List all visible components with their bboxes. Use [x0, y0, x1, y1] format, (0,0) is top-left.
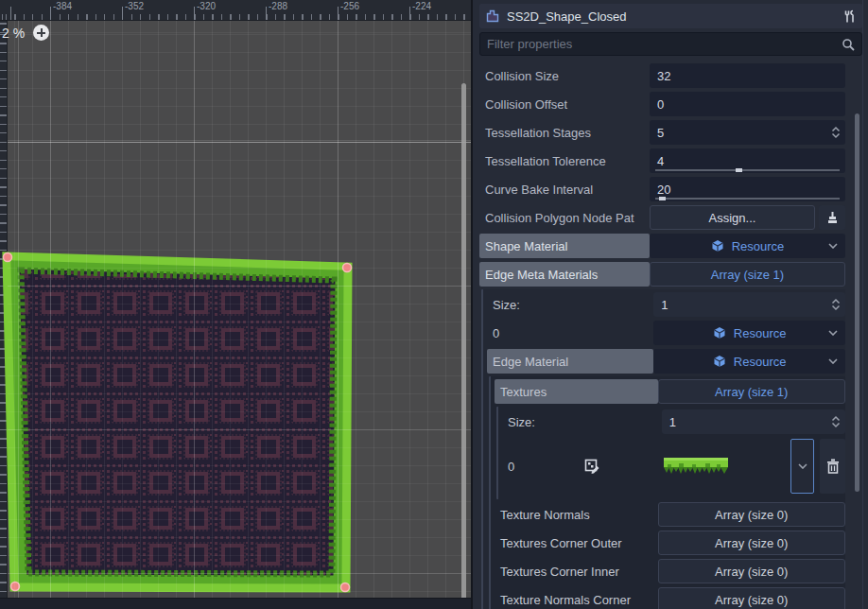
property-label-highlighted[interactable]: Edge Material [487, 349, 653, 374]
slider-track[interactable] [655, 198, 840, 200]
updown-icon[interactable] [831, 415, 841, 428]
pick-node-button[interactable] [819, 205, 845, 230]
texture-item-row: 0 [502, 437, 845, 496]
ruler-horizontal: -384 -352 -320 -288 -256 -224 [0, 0, 471, 21]
brush-icon [826, 211, 839, 224]
inspector-panel: SS2D_Shape_Closed Filter properties Coll… [471, 0, 868, 609]
texture-normals-corner-array-button[interactable]: Array (size 0) [658, 587, 846, 609]
shape-closed-icon [485, 9, 500, 24]
textures-corner-inner-array-button[interactable]: Array (size 0) [658, 559, 846, 583]
canvas-vertical-scrollbar[interactable] [461, 83, 466, 600]
property-row-edge-material: Edge Material Resource [487, 348, 845, 374]
canvas-area[interactable]: 2 % [8, 21, 471, 598]
array-item-index: 0 [487, 326, 653, 340]
property-label: Textures Corner Inner [495, 565, 658, 579]
property-label: Collision Polygon Node Pat [479, 211, 650, 225]
property-label: Textures Corner Outer [495, 536, 658, 550]
property-label: Size: [487, 298, 653, 312]
edge-material-section: Textures Array (size 1) Size: 1 [489, 376, 845, 609]
ruler-label: -352 [125, 1, 144, 11]
property-label: Collision Size [479, 69, 650, 83]
array-size-row: Size: 1 [502, 409, 845, 435]
updown-icon[interactable] [831, 298, 841, 311]
collision-size-field[interactable]: 32 [650, 63, 845, 88]
array-size-row: Size: 1 [487, 291, 845, 318]
edge-meta-materials-array-button[interactable]: Array (size 1) [650, 262, 845, 287]
texture-normals-array-button[interactable]: Array (size 0) [658, 502, 846, 527]
filter-properties-input[interactable]: Filter properties [479, 32, 862, 56]
meta-material-resource-dropdown[interactable]: Resource [653, 321, 845, 345]
zoom-percent-label: 2 % [2, 26, 25, 41]
2d-viewport[interactable]: -384 -352 -320 -288 -256 -224 2 % [0, 0, 471, 609]
grid-major-line [8, 142, 471, 143]
slider-grabber[interactable] [736, 168, 742, 172]
assign-button[interactable]: Assign... [650, 205, 815, 230]
chevron-down-icon [798, 463, 807, 469]
array-item-index: 0 [502, 460, 584, 474]
inspector-header: SS2D_Shape_Closed [479, 4, 862, 28]
property-row-collision-polygon-node-path: Collision Polygon Node Pat Assign... [479, 204, 845, 231]
shape-node[interactable] [0, 248, 362, 605]
collision-offset-field[interactable]: 0 [650, 92, 845, 116]
ruler-label: -256 [340, 1, 359, 11]
property-row-shape-material: Shape Material Resource [479, 233, 845, 259]
property-row-texture-normals: Texture Normals Array (size 0) [495, 501, 845, 528]
textures-corner-outer-array-button[interactable]: Array (size 0) [658, 531, 846, 555]
edge-material-resource-dropdown[interactable]: Resource [653, 349, 845, 374]
inspector-vertical-scrollbar[interactable] [855, 113, 859, 492]
point-handle[interactable] [341, 583, 350, 592]
edge-meta-materials-section: Size: 1 0 [481, 289, 845, 609]
ruler-label: -384 [53, 1, 72, 11]
chevron-down-icon [828, 330, 838, 336]
trash-icon [826, 459, 840, 474]
chevron-down-icon [828, 358, 838, 364]
property-row-collision-size: Collision Size 32 [479, 62, 845, 89]
slider-grabber[interactable] [659, 197, 666, 200]
slider-track[interactable] [655, 169, 840, 171]
cube-icon [713, 355, 726, 368]
shape-fill [8, 257, 347, 587]
search-icon [842, 38, 855, 51]
ruler-label: -288 [269, 1, 287, 11]
property-label: Texture Normals [495, 508, 658, 522]
filter-placeholder: Filter properties [487, 37, 842, 51]
property-row-collision-offset: Collision Offset 0 [479, 91, 845, 117]
property-row-tessellation-stages: Tessellation Stages 5 [479, 119, 845, 146]
property-row-edge-meta-materials: Edge Meta Materials Array (size 1) [479, 261, 845, 287]
shape-material-resource-dropdown[interactable]: Resource [650, 234, 845, 258]
array-item-row: 0 Resource [487, 320, 845, 346]
cube-icon [713, 326, 726, 339]
property-row-textures: Textures Array (size 1) [495, 378, 845, 405]
property-label: Curve Bake Interval [479, 183, 650, 197]
ruler-label: -224 [412, 1, 431, 11]
curve-bake-interval-field[interactable]: 20 [650, 177, 845, 201]
array-size-field[interactable]: 1 [662, 409, 845, 434]
cube-icon [711, 239, 724, 252]
property-label: Tessellation Stages [479, 126, 650, 140]
array-size-field[interactable]: 1 [653, 292, 845, 317]
updown-icon[interactable] [831, 126, 841, 139]
chevron-down-icon [828, 243, 838, 249]
edit-image-icon[interactable] [584, 459, 600, 475]
tools-icon[interactable] [842, 9, 857, 24]
texture-dropdown-button[interactable] [790, 439, 814, 494]
textures-array-button[interactable]: Array (size 1) [658, 379, 846, 404]
point-handle[interactable] [11, 583, 20, 591]
property-row-curve-bake-interval: Curve Bake Interval 20 [479, 176, 845, 202]
point-handle[interactable] [4, 253, 12, 262]
property-label-highlighted[interactable]: Edge Meta Materials [479, 262, 650, 287]
property-label-highlighted[interactable]: Textures [495, 379, 658, 404]
property-label: Tessellation Tolerence [479, 154, 650, 168]
property-label: Size: [502, 415, 662, 429]
delete-texture-button[interactable] [820, 439, 845, 494]
zoom-in-icon[interactable] [33, 25, 49, 41]
property-row-tessellation-tolerence: Tessellation Tolerence 4 [479, 148, 845, 174]
property-label: Collision Offset [479, 97, 650, 112]
ruler-label: -320 [197, 1, 216, 11]
property-label-highlighted[interactable]: Shape Material [479, 234, 650, 258]
grass-texture-thumbnail[interactable] [664, 457, 728, 476]
point-handle[interactable] [343, 264, 352, 272]
tessellation-tolerence-field[interactable]: 4 [650, 148, 845, 173]
tessellation-stages-field[interactable]: 5 [650, 120, 845, 145]
property-label: Texture Normals Corner [495, 593, 658, 607]
